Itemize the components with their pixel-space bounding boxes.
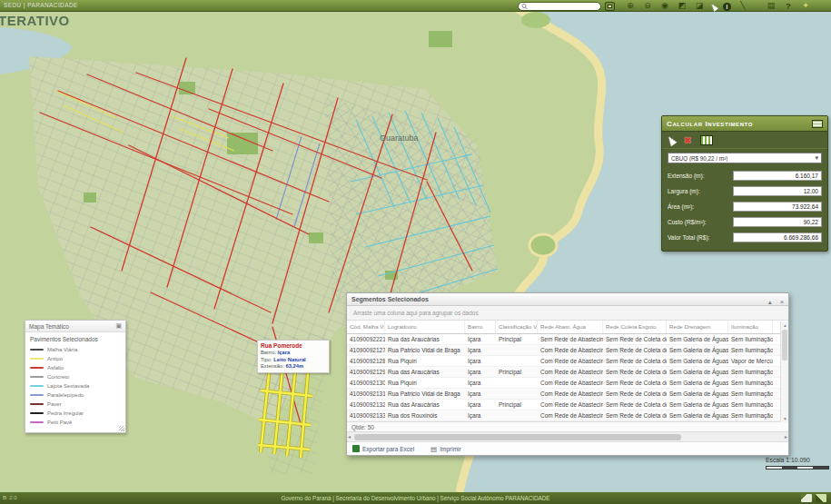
group-drop-zone[interactable]: Arraste uma coluna aqui para agrupar os … [347, 306, 788, 321]
zoom-out-icon[interactable]: ⊖ [642, 0, 653, 12]
info-icon[interactable]: i [723, 3, 731, 11]
legend-title: Mapa Temático [29, 323, 69, 330]
table-cell: Sem Rede de Coleta de E... [603, 400, 667, 410]
scale-bar [766, 466, 829, 469]
globe-icon[interactable]: ◉ [659, 0, 670, 12]
legend-label: Antipó [47, 356, 63, 361]
scroll-down-icon[interactable]: ▾ [781, 415, 789, 422]
table-row[interactable]: 41090092133Rua dos RouxinóisIçaraCom Red… [347, 410, 782, 421]
table-cell: Principal [496, 367, 538, 378]
zoom-previous-icon[interactable]: ◩ [677, 0, 688, 12]
zoom-next-icon[interactable]: ◪ [694, 0, 705, 12]
table-cell: Içara [465, 378, 496, 389]
window-titlebar: Segmentos Selecionados ▴ × [347, 293, 788, 306]
table-cell: 41090092133 [347, 410, 385, 421]
pavement-select[interactable]: CBUQ (R$ 90,22 / m²) ▾ [668, 153, 822, 163]
table-row[interactable]: 41090092130Rua PiquiriIçaraCom Rede de A… [347, 378, 782, 389]
vertical-scrollbar[interactable]: ▴ ▾ [780, 321, 788, 422]
help-icon[interactable]: ? [783, 0, 794, 12]
table-row[interactable]: 41090092132Rua das AraucáriasIçaraPrinci… [347, 400, 782, 410]
scroll-thumb[interactable] [782, 330, 787, 361]
column-header[interactable]: Rede Drenagem [667, 321, 728, 334]
invest-field-input[interactable]: 6.669.286,66 [733, 232, 822, 242]
legend-items: Malha ViáriaAntipóAsfaltoConcretoLajota … [25, 344, 125, 432]
search-submit-button[interactable] [605, 2, 615, 11]
scroll-thumb[interactable] [354, 434, 681, 440]
window-collapse-icon[interactable]: ▴ [768, 299, 772, 305]
invest-field-label: Largura (m): [668, 188, 700, 194]
table-cell: Rua das Araucárias [385, 400, 465, 410]
table-row[interactable]: 41090092127Rua Patricio Vidal de BragaIç… [347, 345, 782, 356]
legend-label: Paver [47, 401, 62, 407]
pointer-icon[interactable] [709, 2, 718, 12]
legend-collapse-icon[interactable]: ▣ [115, 322, 122, 330]
table-cell [496, 410, 538, 421]
window-controls: ▴ × [764, 292, 784, 308]
invest-field-input[interactable]: 6.160,17 [733, 171, 822, 181]
segments-window: Segmentos Selecionados ▴ × Arraste uma c… [346, 292, 789, 456]
column-header[interactable]: Classificação Via [496, 321, 538, 334]
key-icon[interactable]: ✦ [800, 0, 811, 12]
legend-heading: Pavimentos Selecionados [25, 332, 125, 344]
table-cell: Sem Rede de Abastecime... [538, 334, 603, 345]
print-label: Imprimir [440, 446, 460, 452]
table-cell: Içara [465, 345, 496, 356]
table-cell: Com Rede de Abastecim... [538, 400, 603, 410]
table-cell [496, 345, 538, 356]
table-row[interactable]: 41090092131Rua Patricio Vidal de BragaIç… [347, 389, 782, 400]
map-scale: Escala 1:10.090 [766, 457, 831, 469]
scroll-right-icon[interactable]: ▸ [785, 432, 787, 442]
column-header[interactable]: Cód. Malha Viária [347, 321, 385, 334]
tooltip-label: Tipo: [261, 357, 273, 362]
print-table-button[interactable]: ▤ Imprimir [430, 445, 461, 453]
table-cell: Com Rede de Abastecim... [538, 378, 603, 389]
map-title: TERATIVO [0, 13, 70, 28]
window-close-icon[interactable]: × [780, 299, 784, 305]
scroll-up-icon[interactable]: ▴ [781, 321, 789, 329]
table-cell: Sem Galeria de Águas Pl... [667, 378, 728, 389]
legend-item: Lajota Sextavada [30, 381, 121, 390]
horizontal-scrollbar[interactable]: ◂ ▸ [347, 431, 788, 441]
table-row[interactable]: 41090092221Rua das AraucáriasIçaraPrinci… [347, 334, 782, 345]
column-header[interactable]: Bairro [465, 321, 496, 334]
legend-swatch [30, 403, 44, 406]
table-cell: Rua dos Rouxinóis [385, 410, 465, 421]
table-cell [496, 356, 538, 367]
footer-logos [801, 494, 826, 502]
table-cell: Içara [465, 400, 496, 410]
invest-fields: Extensão (m):6.160,17Largura (m):12,00Ár… [662, 165, 827, 251]
export-excel-button[interactable]: Exportar para Excel [352, 445, 414, 452]
invest-field-input[interactable]: 73.922,64 [733, 202, 822, 212]
resize-handle[interactable] [119, 426, 124, 431]
table-cell: Içara [465, 367, 496, 378]
table-cell: Com Rede de Abastecim... [538, 389, 603, 400]
clear-selection-icon[interactable]: ✖ [684, 135, 691, 145]
scroll-left-icon[interactable]: ◂ [348, 432, 351, 442]
table-cell: Içara [465, 334, 496, 345]
excel-icon [352, 445, 360, 452]
invest-field-input[interactable]: 90,22 [733, 217, 822, 227]
legend-label: Asfalto [47, 365, 64, 371]
column-header[interactable]: Logradouro [385, 321, 465, 334]
measure-icon[interactable]: ╲ [737, 0, 748, 12]
calculator-icon[interactable] [812, 120, 823, 128]
invest-field-label: Extensão (m): [668, 173, 704, 179]
legend-label: Petit Pavê [47, 420, 72, 425]
legend-label: Concreto [47, 374, 69, 380]
invest-field-row: Largura (m):12,00 [668, 183, 822, 199]
print-icon[interactable]: ▤ [766, 0, 777, 12]
table-cell: Sem Rede de Coleta de E... [603, 356, 667, 367]
invest-field-input[interactable]: 12,00 [733, 186, 822, 196]
column-header[interactable]: Iluminação [728, 321, 773, 334]
zoom-in-icon[interactable]: ⊕ [625, 0, 636, 12]
search-input[interactable] [528, 3, 599, 10]
table-row[interactable]: 41090092129Rua das AraucáriasIçaraPrinci… [347, 367, 782, 378]
show-table-icon[interactable] [700, 135, 713, 145]
column-header[interactable]: Rede Abast. Água [538, 321, 603, 334]
column-header[interactable]: Rede Coleta Esgoto [603, 321, 667, 334]
select-tool-icon[interactable] [666, 134, 678, 147]
table-cell: Sem Galeria de Águas Pl... [667, 334, 728, 345]
invest-panel-title: Calcular Investimento [667, 120, 753, 128]
window-title: Segmentos Selecionados [351, 296, 429, 302]
table-row[interactable]: 41090092128Rua PiquiriIçaraCom Rede de A… [347, 356, 782, 367]
